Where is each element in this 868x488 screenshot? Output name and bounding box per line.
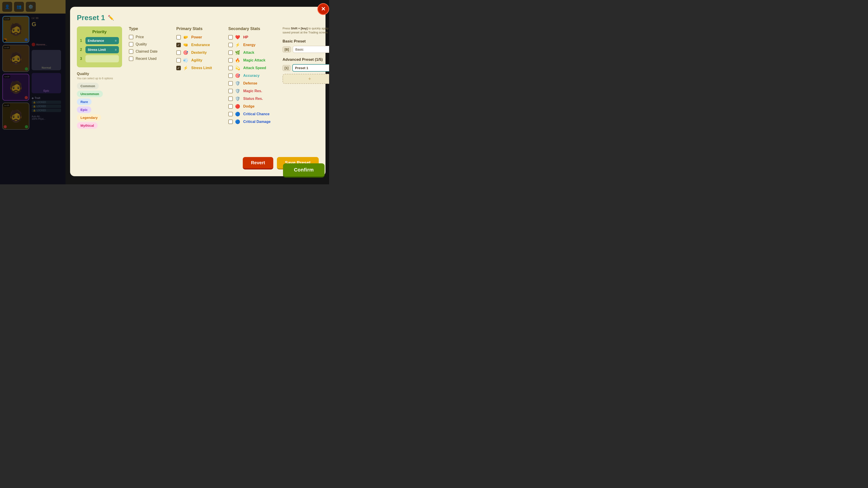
basic-preset-key: [B]: [283, 46, 291, 53]
priority-item-3: 3: [80, 55, 119, 62]
preset-dialog: ✕ Preset 1 ✏️ Priority 1 Endurance ≡ 2: [70, 7, 326, 176]
sec-hp-checkbox[interactable]: [228, 35, 233, 39]
stat-agility-checkbox[interactable]: [176, 58, 181, 63]
stat-dexterity-row: 🎯 Dexterity: [176, 50, 221, 55]
type-quality-label: Quality: [135, 42, 147, 46]
secondary-stats-title: Secondary Stats: [228, 26, 276, 31]
sec-aspeed-checkbox[interactable]: [228, 66, 233, 70]
sec-critdmg-checkbox[interactable]: [228, 120, 233, 124]
sec-dodge-row: 🔴 Dodge: [228, 104, 276, 109]
type-column: Type Price Quality Claimed Date Recent U…: [129, 26, 169, 164]
quality-epic[interactable]: Epic: [77, 106, 91, 113]
attack-icon: 🌿: [235, 50, 240, 55]
sec-attack-checkbox[interactable]: [228, 51, 233, 55]
stat-dexterity-checkbox[interactable]: [176, 51, 181, 55]
basic-preset-title: Basic Preset: [283, 39, 329, 43]
preset-title: Preset 1: [77, 13, 105, 22]
hp-icon: ❤️: [235, 35, 240, 40]
priority-title: Priority: [80, 30, 119, 34]
dexterity-icon: 🎯: [183, 50, 188, 55]
sec-magic-checkbox[interactable]: [228, 58, 233, 63]
sec-energy-checkbox[interactable]: [228, 43, 233, 47]
quality-uncommon[interactable]: Uncommon: [77, 91, 103, 97]
type-claimed-checkbox[interactable]: [129, 49, 133, 54]
quality-legendary[interactable]: Legendary: [77, 114, 101, 121]
type-claimed: Claimed Date: [129, 49, 169, 54]
sec-critchance-label: Critical Chance: [243, 112, 270, 116]
sec-statusres-checkbox[interactable]: [228, 96, 233, 101]
close-button[interactable]: ✕: [317, 3, 329, 15]
type-recent-checkbox[interactable]: [129, 57, 133, 61]
advanced-preset-title: Advanced Preset (1/5): [283, 57, 329, 62]
priority-box: Priority 1 Endurance ≡ 2 Stress Limit ≡: [77, 26, 122, 67]
sec-magicres-row: 🛡️ Magic Res.: [228, 89, 276, 94]
priority-num-2: 2: [80, 48, 84, 52]
sec-energy-row: ⚡ Energy: [228, 42, 276, 47]
confirm-button[interactable]: Confirm: [283, 163, 324, 177]
sec-critdmg-row: 🔵 Critical Damage: [228, 119, 276, 124]
sec-critdmg-label: Critical Damage: [243, 120, 271, 124]
quality-tags: Common Uncommon Rare Epic Legendary Myth…: [77, 83, 122, 129]
sec-attack-label: Attack: [243, 51, 254, 55]
priority-num-1: 1: [80, 39, 84, 43]
quality-mythical[interactable]: Mythical: [77, 122, 98, 129]
quality-rare[interactable]: Rare: [77, 98, 92, 105]
status-res-icon: 🛡️: [235, 96, 240, 101]
stat-stress-label: Stress Limit: [191, 66, 212, 70]
type-recent: Recent Used: [129, 57, 169, 61]
add-preset-button[interactable]: +: [283, 74, 329, 84]
sec-hp-row: ❤️ HP: [228, 35, 276, 40]
advanced-preset-name-input[interactable]: [292, 64, 329, 72]
sec-dodge-label: Dodge: [243, 104, 254, 108]
sec-magic-row: 🔥 Magic Attack: [228, 58, 276, 63]
crit-chance-icon: 🔵: [235, 111, 240, 117]
sec-attack-row: 🌿 Attack: [228, 50, 276, 55]
sec-defense-checkbox[interactable]: [228, 81, 233, 86]
stat-power-checkbox[interactable]: [176, 35, 181, 39]
priority-tag-2[interactable]: Stress Limit ≡: [86, 46, 119, 53]
endurance-icon: 🤜: [183, 42, 188, 47]
sec-magicres-checkbox[interactable]: [228, 89, 233, 93]
sec-dodge-checkbox[interactable]: [228, 104, 233, 109]
stat-endurance-checkbox[interactable]: ✓: [176, 43, 181, 47]
sec-aspeed-row: 💫 Attack Speed: [228, 66, 276, 70]
sec-statusres-label: Status Res.: [243, 97, 263, 101]
stat-agility-row: 💨 Agility: [176, 58, 221, 63]
bottom-buttons: Revert Save Preset: [77, 157, 319, 169]
stress-icon: ⚡: [183, 66, 188, 70]
dodge-icon: 🔴: [235, 104, 240, 109]
dialog-title-row: Preset 1 ✏️: [77, 13, 319, 22]
advanced-preset-box: [1]: [283, 64, 329, 72]
priority-num-3: 3: [80, 57, 84, 61]
stat-stress-checkbox[interactable]: ✓: [176, 66, 181, 70]
sec-critchance-checkbox[interactable]: [228, 112, 233, 116]
magic-attack-icon: 🔥: [235, 58, 240, 63]
revert-button[interactable]: Revert: [243, 157, 273, 169]
energy-icon: ⚡: [235, 42, 240, 47]
priority-tag-1[interactable]: Endurance ≡: [86, 37, 119, 44]
stat-power-label: Power: [191, 35, 202, 39]
basic-preset-name: Basic: [293, 46, 329, 53]
quality-common[interactable]: Common: [77, 83, 99, 89]
type-price: Price: [129, 35, 169, 39]
priority-item-2: 2 Stress Limit ≡: [80, 46, 119, 53]
middle-content: Type Price Quality Claimed Date Recent U…: [129, 26, 329, 164]
accuracy-icon: 🎯: [235, 73, 240, 78]
sec-accuracy-label: Accuracy: [243, 74, 259, 78]
type-price-checkbox[interactable]: [129, 35, 133, 39]
type-quality-checkbox[interactable]: [129, 42, 133, 46]
sec-energy-label: Energy: [243, 43, 255, 47]
priority-tag-3[interactable]: [86, 55, 119, 62]
sec-accuracy-checkbox[interactable]: [228, 73, 233, 78]
edit-icon[interactable]: ✏️: [108, 15, 114, 21]
type-recent-label: Recent Used: [135, 57, 157, 61]
primary-stats-title: Primary Stats: [176, 26, 221, 31]
stat-dexterity-label: Dexterity: [191, 51, 207, 55]
defense-icon: 🛡️: [235, 81, 240, 86]
type-price-label: Price: [135, 35, 144, 39]
magic-res-icon: 🛡️: [235, 89, 240, 94]
sec-statusres-row: 🛡️ Status Res.: [228, 96, 276, 101]
dialog-main-content: Priority 1 Endurance ≡ 2 Stress Limit ≡: [77, 26, 319, 164]
quality-title: Quality: [77, 72, 122, 76]
add-icon: +: [308, 76, 311, 82]
